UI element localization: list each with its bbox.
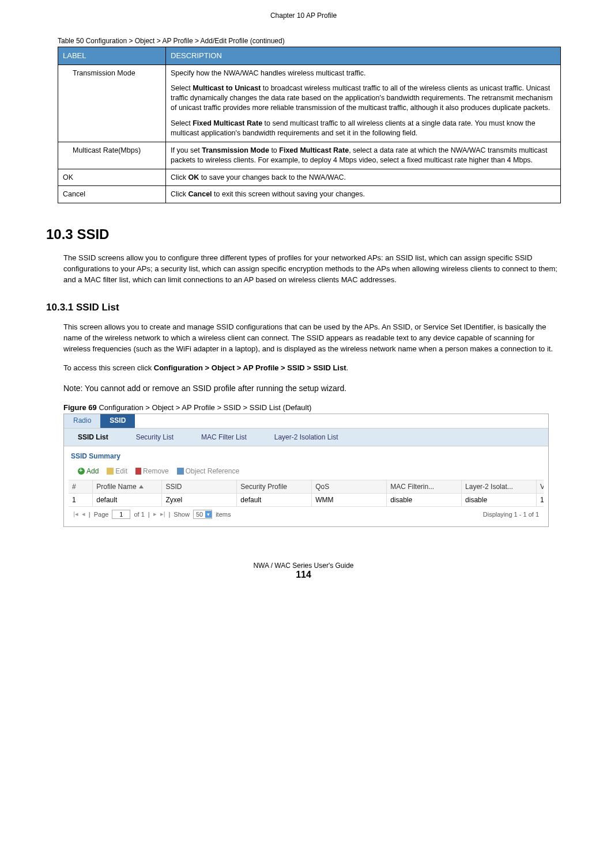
objref-label: Object Reference [186, 467, 239, 475]
next-page-button[interactable]: ▸ [153, 510, 157, 518]
panel-title: SSID Summary [64, 446, 548, 464]
col-profile-name[interactable]: Profile Name [93, 480, 162, 493]
chevron-down-icon: ▾ [205, 511, 212, 518]
th-label: LABEL [58, 47, 166, 65]
grid-cell: 1 [69, 494, 93, 506]
of-label: of 1 [134, 511, 144, 518]
access-path: Configuration > Object > AP Profile > SS… [154, 363, 346, 372]
subsection-body-1: This screen allows you to create and man… [63, 322, 561, 355]
section-heading: 10.3 SSID [46, 226, 561, 242]
col-vlan-id[interactable]: VLAN ID [537, 480, 544, 493]
grid-cell: default [93, 494, 162, 506]
figure-caption: Figure 69 Configuration > Object > AP Pr… [63, 403, 561, 412]
grid-cell: default [237, 494, 312, 506]
cell-description: If you set Transmission Mode to Fixed Mu… [166, 142, 561, 169]
grid-cell: Zyxel [162, 494, 237, 506]
section-body: The SSID screens allow you to configure … [63, 253, 561, 286]
add-label: Add [86, 467, 99, 475]
subsection-heading: 10.3.1 SSID List [46, 302, 561, 313]
tab-row: RadioSSID [64, 414, 548, 428]
displaying-label: Displaying 1 - 1 of 1 [483, 511, 539, 518]
grid-cell: disable [387, 494, 462, 506]
reference-icon [177, 468, 184, 475]
last-page-button[interactable]: ▸| [160, 510, 165, 518]
col-layer2-isolation[interactable]: Layer-2 Isolat... [462, 480, 537, 493]
figure-number: Figure 69 [63, 403, 97, 412]
chapter-header: Chapter 10 AP Profile [46, 12, 561, 20]
cell-label: Cancel [58, 186, 166, 203]
subtab-ssid-list[interactable]: SSID List [64, 429, 122, 446]
table-row: Multicast Rate(Mbps)If you set Transmiss… [58, 142, 561, 169]
footer: NWA / WAC Series User's Guide 114 [46, 562, 561, 580]
table-row[interactable]: 1defaultZyxeldefaultWMMdisabledisable1 [69, 494, 544, 507]
cell-description: Specify how the NWA/WAC handles wireless… [166, 65, 561, 142]
access-text-prefix: To access this screen click [63, 363, 154, 372]
subtab-layer-2-isolation-list[interactable]: Layer-2 Isolation List [261, 429, 352, 446]
col-security-profile[interactable]: Security Profile [237, 480, 312, 493]
table-caption: Table 50 Configuration > Object > AP Pro… [58, 37, 561, 45]
grid-cell: 1 [537, 494, 544, 506]
edit-button[interactable]: Edit [103, 466, 131, 476]
table-row: Transmission ModeSpecify how the NWA/WAC… [58, 65, 561, 142]
remove-button[interactable]: Remove [132, 466, 172, 476]
page-size-value: 50 [194, 510, 205, 518]
cell-description: Click OK to save your changes back to th… [166, 169, 561, 186]
config-table: LABEL DESCRIPTION Transmission ModeSpeci… [58, 47, 561, 203]
tab-radio[interactable]: Radio [64, 414, 100, 428]
page-label: Page [94, 511, 109, 518]
cell-label: Transmission Mode [58, 65, 166, 142]
cell-label: OK [58, 169, 166, 186]
table-row: CancelClick Cancel to exit this screen w… [58, 186, 561, 203]
page-input[interactable] [112, 510, 130, 519]
col-ssid[interactable]: SSID [162, 480, 237, 493]
tab-ssid[interactable]: SSID [100, 414, 135, 428]
subtab-security-list[interactable]: Security List [122, 429, 187, 446]
footer-guide: NWA / WAC Series User's Guide [46, 562, 561, 570]
col-profile-label: Profile Name [96, 483, 136, 491]
remove-icon [135, 468, 141, 475]
grid: # Profile Name SSID Security Profile QoS… [69, 480, 544, 507]
add-icon [78, 468, 85, 475]
items-label: items [216, 511, 231, 518]
col-number[interactable]: # [69, 480, 93, 493]
page-size-select[interactable]: 50▾ [193, 510, 212, 519]
add-button[interactable]: Add [74, 466, 102, 476]
first-page-button[interactable]: |◂ [73, 510, 78, 518]
col-mac-filtering[interactable]: MAC Filterin... [387, 480, 462, 493]
th-description: DESCRIPTION [166, 47, 561, 65]
access-text-suffix: . [346, 363, 349, 372]
cell-description: Click Cancel to exit this screen without… [166, 186, 561, 203]
subsection-body-2: To access this screen click Configuratio… [63, 363, 561, 374]
prev-page-button[interactable]: ◂ [82, 510, 85, 518]
figure-title: Configuration > Object > AP Profile > SS… [97, 403, 312, 412]
sort-asc-icon [139, 485, 144, 488]
grid-cell: WMM [312, 494, 387, 506]
object-reference-button[interactable]: Object Reference [174, 466, 243, 476]
grid-cell: disable [462, 494, 537, 506]
edit-label: Edit [115, 467, 127, 475]
col-qos[interactable]: QoS [312, 480, 387, 493]
footer-page-number: 114 [46, 570, 561, 580]
pager: |◂ ◂ | Page of 1 | ▸ ▸| | Show 50▾ items… [69, 507, 544, 522]
grid-header: # Profile Name SSID Security Profile QoS… [69, 480, 544, 494]
edit-icon [107, 468, 114, 475]
screenshot-ssid-list: RadioSSID SSID ListSecurity ListMAC Filt… [63, 414, 549, 527]
subtab-row: SSID ListSecurity ListMAC Filter ListLay… [64, 428, 548, 446]
show-label: Show [174, 511, 190, 518]
table-row: OKClick OK to save your changes back to … [58, 169, 561, 186]
remove-label: Remove [143, 467, 169, 475]
toolbar: Add Edit Remove Object Reference [64, 464, 548, 480]
note-text: Note: You cannot add or remove an SSID p… [63, 382, 561, 394]
cell-label: Multicast Rate(Mbps) [58, 142, 166, 169]
subtab-mac-filter-list[interactable]: MAC Filter List [187, 429, 261, 446]
